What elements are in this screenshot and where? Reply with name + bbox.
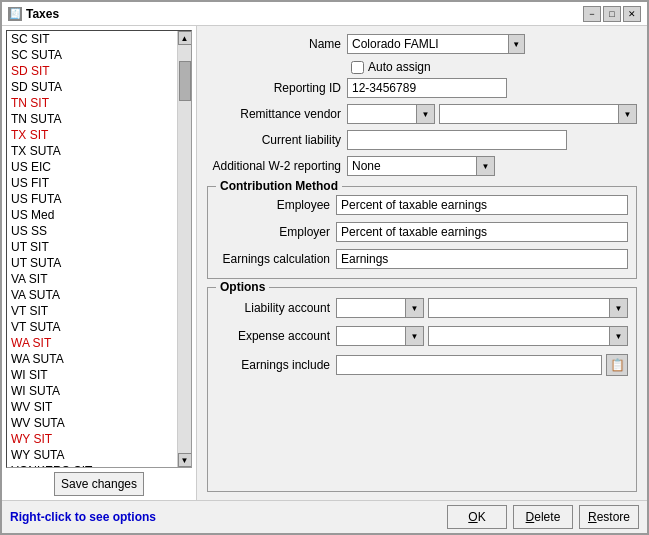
list-item[interactable]: WA SUTA — [7, 351, 177, 367]
list-item[interactable]: US EIC — [7, 159, 177, 175]
list-item[interactable]: TN SIT — [7, 95, 177, 111]
remittance-vendor-dropdown1: ▼ — [347, 104, 435, 124]
list-item[interactable]: SD SIT — [7, 63, 177, 79]
left-panel: SC SIT SC SUTA SD SIT SD SUTA TN SIT TN … — [2, 26, 197, 500]
remittance-vendor-label: Remittance vendor — [207, 107, 347, 121]
earnings-include-input[interactable] — [336, 355, 602, 375]
remittance-vendor-dropdown-btn2[interactable]: ▼ — [619, 104, 637, 124]
list-item[interactable]: YONKERS CIT — [7, 463, 177, 467]
list-item[interactable]: WY SIT — [7, 431, 177, 447]
employee-value[interactable]: Percent of taxable earnings — [336, 195, 628, 215]
restore-underline: R — [588, 510, 597, 524]
list-item[interactable]: SC SUTA — [7, 47, 177, 63]
list-item[interactable]: WV SUTA — [7, 415, 177, 431]
current-liability-input[interactable] — [347, 130, 567, 150]
close-button[interactable]: ✕ — [623, 6, 641, 22]
list-item[interactable]: VA SUTA — [7, 287, 177, 303]
earnings-include-button[interactable]: 📋 — [606, 354, 628, 376]
name-input[interactable] — [347, 34, 509, 54]
earnings-include-control: 📋 — [336, 354, 628, 376]
name-input-group: ▼ — [347, 34, 525, 54]
maximize-button[interactable]: □ — [603, 6, 621, 22]
liability-account-row: Liability account ▼ ▼ — [216, 294, 628, 318]
liability-account-dropdown1: ▼ — [336, 298, 424, 318]
current-liability-row: Current liability — [207, 130, 637, 150]
auto-assign-checkbox[interactable] — [351, 61, 364, 74]
minimize-button[interactable]: − — [583, 6, 601, 22]
ok-button[interactable]: OK — [447, 505, 507, 529]
list-item[interactable]: WY SUTA — [7, 447, 177, 463]
additional-w2-control: ▼ — [347, 156, 495, 176]
list-item[interactable]: US FUTA — [7, 191, 177, 207]
remittance-vendor-dropdown-btn1[interactable]: ▼ — [417, 104, 435, 124]
list-item[interactable]: VT SUTA — [7, 319, 177, 335]
earnings-calc-value[interactable]: Earnings — [336, 249, 628, 269]
employee-label: Employee — [216, 198, 336, 212]
liability-account-input2[interactable] — [428, 298, 610, 318]
save-changes-button[interactable]: Save changes — [54, 472, 144, 496]
auto-assign-row: Auto assign — [351, 60, 637, 74]
remittance-vendor-row: Remittance vendor ▼ ▼ — [207, 104, 637, 124]
remittance-vendor-dropdown2: ▼ — [439, 104, 637, 124]
additional-w2-dropdown-btn[interactable]: ▼ — [477, 156, 495, 176]
expense-account-input1[interactable] — [336, 326, 406, 346]
additional-w2-input[interactable] — [347, 156, 477, 176]
employer-value[interactable]: Percent of taxable earnings — [336, 222, 628, 242]
window-title: Taxes — [26, 7, 59, 21]
liability-account-label: Liability account — [216, 301, 336, 315]
delete-rest: elete — [534, 510, 560, 524]
contribution-method-group: Contribution Method Employee Percent of … — [207, 186, 637, 279]
bottom-bar: Right-click to see options OK Delete Res… — [2, 500, 647, 533]
list-item[interactable]: SD SUTA — [7, 79, 177, 95]
bottom-right-buttons: OK Delete Restore — [447, 505, 639, 529]
list-item[interactable]: WI SUTA — [7, 383, 177, 399]
liability-account-input1[interactable] — [336, 298, 406, 318]
reporting-id-input[interactable] — [347, 78, 507, 98]
list-item[interactable]: SC SIT — [7, 31, 177, 47]
scroll-down-button[interactable]: ▼ — [178, 453, 192, 467]
delete-button[interactable]: Delete — [513, 505, 573, 529]
right-panel: Name ▼ Auto assign Reporting ID — [197, 26, 647, 500]
list-item[interactable]: TN SUTA — [7, 111, 177, 127]
list-item[interactable]: US SS — [7, 223, 177, 239]
expense-account-label: Expense account — [216, 329, 336, 343]
additional-w2-row: Additional W-2 reporting ▼ — [207, 156, 637, 176]
title-bar-controls: − □ ✕ — [583, 6, 641, 22]
earnings-include-row: Earnings include 📋 — [216, 350, 628, 376]
name-input-wrap: ▼ — [347, 34, 525, 54]
list-item[interactable]: WA SIT — [7, 335, 177, 351]
list-item[interactable]: UT SUTA — [7, 255, 177, 271]
list-item[interactable]: WV SIT — [7, 399, 177, 415]
list-scrollbar[interactable]: ▲ ▼ — [177, 31, 191, 467]
employer-row: Employer Percent of taxable earnings — [216, 218, 628, 242]
tax-list-container: SC SIT SC SUTA SD SIT SD SUTA TN SIT TN … — [6, 30, 192, 468]
expense-account-row: Expense account ▼ ▼ — [216, 322, 628, 346]
restore-button[interactable]: Restore — [579, 505, 639, 529]
expense-account-controls: ▼ ▼ — [336, 326, 628, 346]
tax-list: SC SIT SC SUTA SD SIT SD SUTA TN SIT TN … — [7, 31, 177, 467]
list-item[interactable]: TX SUTA — [7, 143, 177, 159]
scroll-thumb[interactable] — [179, 61, 191, 101]
list-item[interactable]: US FIT — [7, 175, 177, 191]
expense-account-dropdown-btn1[interactable]: ▼ — [406, 326, 424, 346]
expense-account-dropdown-btn2[interactable]: ▼ — [610, 326, 628, 346]
list-item[interactable]: WI SIT — [7, 367, 177, 383]
remittance-vendor-controls: ▼ ▼ — [347, 104, 637, 124]
list-item[interactable]: VT SIT — [7, 303, 177, 319]
list-scroll-area[interactable]: SC SIT SC SUTA SD SIT SD SUTA TN SIT TN … — [7, 31, 177, 467]
liability-account-dropdown-btn1[interactable]: ▼ — [406, 298, 424, 318]
content-area: SC SIT SC SUTA SD SIT SD SUTA TN SIT TN … — [2, 26, 647, 500]
list-item[interactable]: US Med — [7, 207, 177, 223]
scroll-up-button[interactable]: ▲ — [178, 31, 192, 45]
remittance-vendor-input1[interactable] — [347, 104, 417, 124]
remittance-vendor-input2[interactable] — [439, 104, 619, 124]
name-dropdown-button[interactable]: ▼ — [509, 34, 525, 54]
options-title: Options — [216, 280, 269, 294]
liability-account-dropdown-btn2[interactable]: ▼ — [610, 298, 628, 318]
save-btn-area: Save changes — [6, 468, 192, 496]
restore-rest: estore — [597, 510, 630, 524]
list-item[interactable]: TX SIT — [7, 127, 177, 143]
expense-account-input2[interactable] — [428, 326, 610, 346]
list-item[interactable]: UT SIT — [7, 239, 177, 255]
list-item[interactable]: VA SIT — [7, 271, 177, 287]
